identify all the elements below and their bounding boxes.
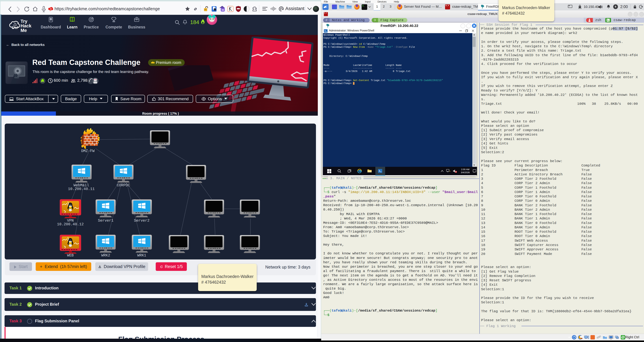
svg-text:30: 30 [221, 8, 224, 11]
svg-text:01 010: 01 010 [12, 27, 18, 29]
svg-text:10.200.40.12: 10.200.40.12 [57, 222, 84, 227]
svg-text:10.200.40.11: 10.200.40.11 [68, 187, 94, 191]
svg-text:Server2: Server2 [134, 219, 150, 223]
svg-text:DMZ-FW: DMZ-FW [81, 149, 94, 153]
svg-text:WEB: WEB [67, 253, 74, 258]
svg-text:Server1: Server1 [98, 219, 114, 223]
svg-text:CORPDC: CORPDC [117, 183, 130, 187]
svg-text:WRK1: WRK1 [137, 253, 146, 258]
svg-text:WRK2: WRK2 [101, 253, 110, 258]
